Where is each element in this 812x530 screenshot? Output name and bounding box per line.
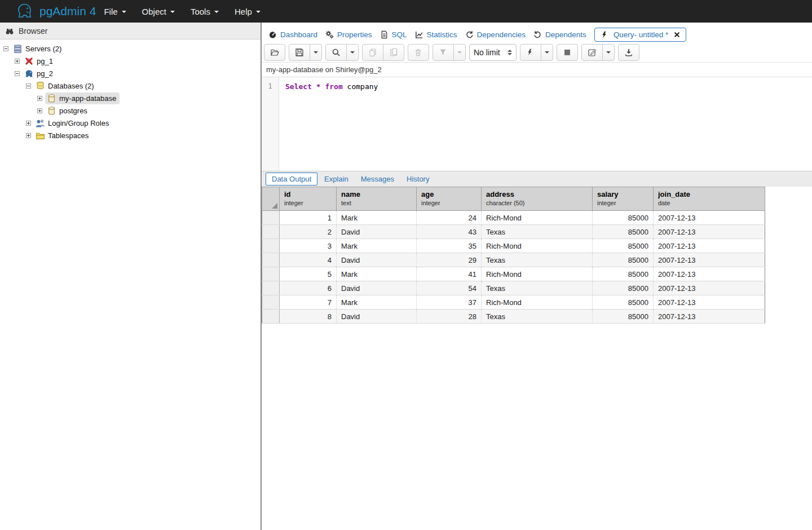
column-header-age[interactable]: ageinteger <box>417 187 482 211</box>
expand-icon[interactable] <box>37 96 42 101</box>
expand-icon[interactable] <box>26 133 31 138</box>
tab-statistics[interactable]: Statistics <box>415 30 457 39</box>
cell-address[interactable]: Texas <box>482 281 593 295</box>
cell-age[interactable]: 37 <box>417 295 482 310</box>
cell-address[interactable]: Texas <box>482 225 593 239</box>
cell-name[interactable]: David <box>337 310 417 324</box>
cell-name[interactable]: David <box>337 253 417 267</box>
column-header-salary[interactable]: salaryinteger <box>593 187 654 211</box>
collapse-icon[interactable] <box>26 83 31 89</box>
cell-id[interactable]: 1 <box>280 211 337 225</box>
cell-name[interactable]: David <box>337 281 417 295</box>
save-button[interactable] <box>289 44 310 61</box>
sql-editor[interactable]: 1 Select * from company <box>262 77 812 171</box>
cell-age[interactable]: 24 <box>417 211 482 225</box>
cell-name[interactable]: Mark <box>337 211 417 225</box>
menu-object[interactable]: Object <box>142 7 175 16</box>
cell-join-date[interactable]: 2007-12-13 <box>654 253 765 267</box>
output-tab-history[interactable]: History <box>401 173 435 185</box>
sql-code-line[interactable]: Select * from company <box>279 77 378 171</box>
execute-options-caret[interactable] <box>541 44 553 61</box>
tab-query-untitled[interactable]: Query- untitled * <box>594 28 687 42</box>
output-tab-data-output[interactable]: Data Output <box>266 173 317 186</box>
stop-button[interactable] <box>557 44 578 61</box>
menu-file[interactable]: File <box>104 7 126 16</box>
cell-salary[interactable]: 85000 <box>593 281 654 295</box>
tab-sql[interactable]: SQL <box>380 30 407 39</box>
edit-button[interactable] <box>581 44 603 61</box>
expand-icon[interactable] <box>26 121 31 126</box>
cell-join-date[interactable]: 2007-12-13 <box>654 281 765 295</box>
cell-age[interactable]: 28 <box>417 310 482 324</box>
copy-button[interactable] <box>362 44 383 61</box>
cell-join-date[interactable]: 2007-12-13 <box>654 267 765 281</box>
cell-join-date[interactable]: 2007-12-13 <box>654 310 765 324</box>
filter-options-caret[interactable] <box>453 44 466 61</box>
cell-address[interactable]: Rich-Mond <box>482 295 593 310</box>
cell-id[interactable]: 3 <box>280 239 337 253</box>
column-header-join-date[interactable]: join_datedate <box>654 187 765 211</box>
row-header[interactable] <box>262 295 280 310</box>
tree-item-pg-2[interactable]: pg_2 <box>0 67 261 80</box>
row-limit-select[interactable]: No limit <box>469 44 517 61</box>
row-header[interactable] <box>262 253 280 267</box>
row-header[interactable] <box>262 239 280 253</box>
find-options-caret[interactable] <box>346 44 359 61</box>
cell-address[interactable]: Rich-Mond <box>482 211 593 225</box>
tree-item-pg-1[interactable]: pg_1 <box>0 55 261 67</box>
cell-name[interactable]: Mark <box>337 267 417 281</box>
row-header[interactable] <box>262 225 280 239</box>
cell-age[interactable]: 43 <box>417 225 482 239</box>
edit-options-caret[interactable] <box>602 44 615 61</box>
row-header[interactable] <box>262 267 280 281</box>
execute-button[interactable] <box>520 44 541 61</box>
output-tab-messages[interactable]: Messages <box>355 173 400 185</box>
download-button[interactable] <box>618 44 639 61</box>
tree-item-tablespaces[interactable]: Tablespaces <box>0 129 261 142</box>
save-options-caret[interactable] <box>310 44 322 61</box>
row-header[interactable] <box>262 211 280 225</box>
cell-id[interactable]: 5 <box>280 267 337 281</box>
cell-salary[interactable]: 85000 <box>593 225 654 239</box>
cell-address[interactable]: Rich-Mond <box>482 239 593 253</box>
cell-address[interactable]: Rich-Mond <box>482 267 593 281</box>
cell-salary[interactable]: 85000 <box>593 295 654 310</box>
expand-icon[interactable] <box>15 59 20 64</box>
cell-name[interactable]: Mark <box>337 295 417 310</box>
tree-item-my-app-database[interactable]: my-app-database <box>0 92 261 104</box>
open-file-button[interactable] <box>264 44 285 61</box>
select-all-corner[interactable] <box>262 187 280 211</box>
cell-id[interactable]: 4 <box>280 253 337 267</box>
filter-button[interactable] <box>433 44 454 61</box>
tab-dependents[interactable]: Dependents <box>533 30 586 39</box>
cell-address[interactable]: Texas <box>482 310 593 324</box>
find-button[interactable] <box>325 44 347 61</box>
paste-button[interactable] <box>383 44 404 61</box>
cell-address[interactable]: Texas <box>482 253 593 267</box>
close-icon[interactable] <box>674 32 680 38</box>
cell-join-date[interactable]: 2007-12-13 <box>654 295 765 310</box>
cell-age[interactable]: 35 <box>417 239 482 253</box>
cell-salary[interactable]: 85000 <box>593 211 654 225</box>
cell-age[interactable]: 41 <box>417 267 482 281</box>
cell-age[interactable]: 29 <box>417 253 482 267</box>
tree-item-login-group-roles[interactable]: Login/Group Roles <box>0 117 261 129</box>
cell-id[interactable]: 8 <box>280 310 337 324</box>
cell-join-date[interactable]: 2007-12-13 <box>654 211 765 225</box>
cell-join-date[interactable]: 2007-12-13 <box>654 239 765 253</box>
tree-item-servers-2[interactable]: Servers (2) <box>0 42 261 55</box>
column-header-name[interactable]: nametext <box>337 187 417 211</box>
expand-icon[interactable] <box>37 108 42 113</box>
cell-salary[interactable]: 85000 <box>593 253 654 267</box>
column-header-id[interactable]: idinteger <box>280 187 337 211</box>
menu-tools[interactable]: Tools <box>191 7 219 16</box>
delete-button[interactable] <box>408 44 429 61</box>
cell-salary[interactable]: 85000 <box>593 239 654 253</box>
tree-item-postgres[interactable]: postgres <box>0 104 261 117</box>
cell-salary[interactable]: 85000 <box>593 267 654 281</box>
row-header[interactable] <box>262 310 280 324</box>
cell-name[interactable]: Mark <box>337 239 417 253</box>
cell-salary[interactable]: 85000 <box>593 310 654 324</box>
output-tab-explain[interactable]: Explain <box>319 173 354 185</box>
tab-properties[interactable]: Properties <box>325 30 372 39</box>
